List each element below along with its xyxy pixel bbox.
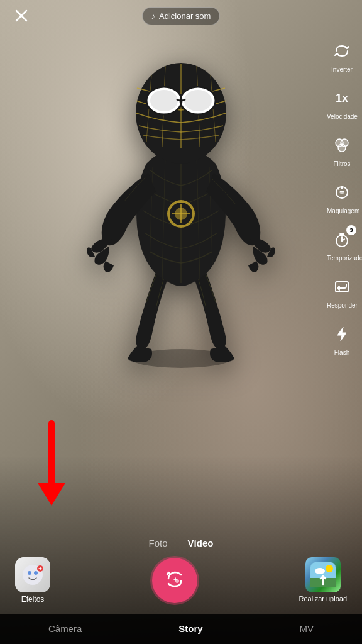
music-icon: ♪ [151,11,156,21]
shutter-icon [163,567,186,594]
reply-icon [329,274,355,300]
nav-mv[interactable]: MV [287,621,327,636]
close-button[interactable] [10,4,33,27]
speed-label: Velocidade [327,113,357,121]
reply-label: Responder [327,302,357,309]
sidebar-item-speed[interactable]: 1x Velocidade [327,85,357,121]
svg-point-35 [34,571,38,575]
top-bar: ♪ Adicionar som [0,0,362,31]
svg-point-28 [338,144,346,152]
timer-badge: 3 [346,225,356,235]
bottom-nav: Câmera Story MV [0,614,362,644]
upload-label: Realizar upload [299,595,347,603]
sidebar-item-beauty[interactable]: Maquiagem [327,179,357,215]
flip-icon [329,38,355,64]
effects-button[interactable]: Efeitos [15,557,50,604]
mode-selector: Foto Vídeo [0,531,362,552]
sidebar-item-filters[interactable]: Filtros [329,132,355,168]
upload-button[interactable]: Realizar upload [299,557,347,603]
filters-icon [329,132,355,158]
bottom-area: Foto Vídeo Efeitos [0,531,362,644]
add-sound-label: Adicionar som [159,11,211,21]
flash-label: Flash [334,349,349,357]
flip-label: Inverter [331,66,353,74]
svg-point-21 [184,90,212,111]
spiderman-figure [84,25,278,377]
timer-icon: 3 [329,226,355,253]
beauty-label: Maquiagem [327,208,357,215]
filters-label: Filtros [333,160,350,168]
nav-camera[interactable]: Câmera [36,621,94,636]
sidebar-item-flip[interactable]: Inverter [329,38,355,74]
sidebar-item-reply[interactable]: Responder [327,274,357,309]
timer-label: Temporizador [327,255,357,262]
svg-point-41 [315,568,325,574]
effects-icon [15,557,50,592]
svg-point-40 [326,565,333,572]
sidebar-item-flash[interactable]: Flash [329,321,355,357]
add-sound-button[interactable]: ♪ Adicionar som [142,7,221,25]
speed-icon: 1x [329,85,355,111]
shutter-button[interactable] [152,558,197,603]
beauty-icon [329,179,355,206]
effects-label: Efeitos [21,595,45,604]
svg-point-20 [150,90,178,111]
svg-point-34 [28,571,31,575]
svg-point-30 [340,191,344,194]
red-arrow-annotation [38,420,65,506]
controls-row: Efeitos [0,552,362,614]
upload-icon [305,557,341,592]
flash-icon [329,321,355,347]
mode-video[interactable]: Vídeo [188,538,214,548]
mode-foto[interactable]: Foto [149,538,168,548]
sidebar-item-timer[interactable]: 3 Temporizador [327,226,357,262]
right-sidebar: Inverter 1x Velocidade Filtros [327,38,357,357]
nav-story[interactable]: Story [166,621,215,636]
